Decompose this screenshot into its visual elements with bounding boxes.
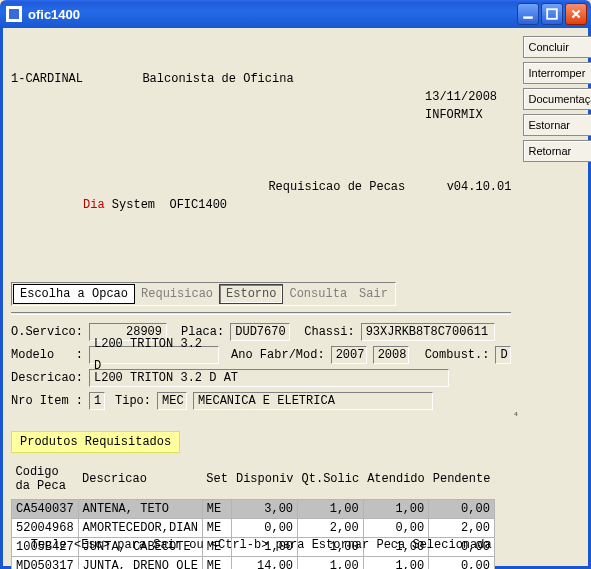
col-header: Qt.Solic: [298, 463, 364, 500]
descricao-label: Descricao:: [11, 367, 83, 389]
cell-qtsolic: 1,00: [298, 500, 364, 519]
cell-descricao: ANTENA, TETO: [78, 500, 202, 519]
col-header: Descricao: [78, 463, 202, 500]
hdr-center2: Requisicao de Pecas: [268, 178, 405, 232]
footer-hint: Tecle <Esc> para Sair ou <Ctrl-b> para E…: [3, 538, 519, 552]
menu-item-estorno[interactable]: Estorno: [219, 284, 283, 304]
cell-codigo: CA540037: [12, 500, 79, 519]
cell-qtsolic: 2,00: [298, 519, 364, 538]
hdr-db: INFORMIX: [425, 108, 483, 122]
col-header: Disponiv: [232, 463, 298, 500]
oservico-label: O.Servico:: [11, 321, 83, 343]
close-button[interactable]: [565, 3, 587, 25]
hdr-system: System OFIC1400: [105, 198, 227, 212]
separator: [11, 312, 511, 315]
cell-descricao: JUNTA, DRENO OLE: [78, 557, 202, 570]
descricao-field[interactable]: L200 TRITON 3.2 D AT: [89, 369, 449, 387]
form-block: O.Servico: 28909 Placa: DUD7670 Chassi: …: [11, 321, 511, 412]
hdr-dia: Dia: [83, 198, 105, 212]
cell-pendente: 2,00: [429, 519, 495, 538]
side-button-estornar[interactable]: Estornar: [523, 114, 591, 136]
anomod-field[interactable]: 2008: [373, 346, 409, 364]
cell-codigo: 52004968: [12, 519, 79, 538]
cell-atendido: 1,00: [363, 557, 429, 570]
nroitem-field[interactable]: 1: [89, 392, 105, 410]
table-row[interactable]: 52004968AMORTECEDOR,DIANME0,002,000,002,…: [12, 519, 495, 538]
escolha-label: Escolha a Opcao: [13, 284, 135, 304]
modelo-field[interactable]: L200 TRITON 3.2 D: [89, 346, 219, 364]
cell-qtsolic: 1,00: [298, 557, 364, 570]
cell-set: ME: [202, 500, 232, 519]
tipo-field[interactable]: MEC: [157, 392, 187, 410]
table-row[interactable]: MD050317JUNTA, DRENO OLEME14,001,001,000…: [12, 557, 495, 570]
cell-set: ME: [202, 557, 232, 570]
menubar: Escolha a Opcao RequisicaoEstornoConsult…: [11, 282, 396, 306]
tipo-desc-field[interactable]: MECANICA E ELETRICA: [193, 392, 433, 410]
hdr-left1: 1-CARDINAL: [11, 70, 83, 142]
svg-rect-0: [523, 16, 533, 18]
anofab-label: Ano Fabr/Mod:: [231, 344, 325, 366]
col-header: Codigo da Peca: [12, 463, 79, 500]
side-button-documentacao[interactable]: Documentação: [523, 88, 591, 110]
side-pane: ConcluirInterromperDocumentaçãoEstornarR…: [519, 28, 591, 566]
side-button-retornar[interactable]: Retornar: [523, 140, 591, 162]
hdr-date: 13/11/2008: [425, 90, 497, 104]
cell-codigo: MD050317: [12, 557, 79, 570]
cell-disponiv: 3,00: [232, 500, 298, 519]
tipo-label: Tipo:: [115, 390, 151, 412]
cell-disponiv: 14,00: [232, 557, 298, 570]
menu-item-requisicao[interactable]: Requisicao: [135, 285, 219, 303]
products-table: Codigo da PecaDescricaoSetDisponivQt.Sol…: [11, 463, 495, 569]
chassi-label: Chassi:: [304, 321, 354, 343]
menu-item-consulta[interactable]: Consulta: [283, 285, 353, 303]
hdr-version: v04.10.01: [447, 178, 512, 232]
combust-field[interactable]: D: [495, 346, 511, 364]
products-header: Produtos Requisitados: [11, 431, 180, 453]
cell-pendente: 0,00: [429, 500, 495, 519]
maximize-button[interactable]: [541, 3, 563, 25]
client-area: 1-CARDINAL Balconista de Oficina 13/11/2…: [0, 28, 591, 569]
header-block: 1-CARDINAL Balconista de Oficina 13/11/2…: [11, 34, 511, 268]
cell-atendido: 1,00: [363, 500, 429, 519]
placa-field[interactable]: DUD7670: [230, 323, 290, 341]
hdr-center1: Balconista de Oficina: [142, 70, 293, 142]
cell-disponiv: 0,00: [232, 519, 298, 538]
cell-set: ME: [202, 519, 232, 538]
col-header: Pendente: [429, 463, 495, 500]
app-icon: [6, 6, 22, 22]
scroll-marker: ⁴: [513, 410, 520, 423]
main-pane: 1-CARDINAL Balconista de Oficina 13/11/2…: [3, 28, 519, 566]
anofab-field[interactable]: 2007: [331, 346, 367, 364]
cell-atendido: 0,00: [363, 519, 429, 538]
menu-item-sair[interactable]: Sair: [353, 285, 394, 303]
col-header: Atendido: [363, 463, 429, 500]
title-bar: ofic1400: [0, 0, 591, 28]
table-row[interactable]: CA540037ANTENA, TETOME3,001,001,000,00: [12, 500, 495, 519]
cell-descricao: AMORTECEDOR,DIAN: [78, 519, 202, 538]
svg-rect-1: [547, 9, 557, 19]
menubar-wrap: Escolha a Opcao RequisicaoEstornoConsult…: [11, 282, 511, 306]
side-button-concluir[interactable]: Concluir: [523, 36, 591, 58]
combust-label: Combust.:: [425, 344, 490, 366]
nroitem-label: Nro Item :: [11, 390, 83, 412]
window-title: ofic1400: [28, 7, 515, 22]
chassi-field[interactable]: 93XJRKB8T8C700611: [361, 323, 495, 341]
cell-pendente: 0,00: [429, 557, 495, 570]
minimize-button[interactable]: [517, 3, 539, 25]
col-header: Set: [202, 463, 232, 500]
side-button-interromper[interactable]: Interromper: [523, 62, 591, 84]
modelo-label: Modelo :: [11, 344, 83, 366]
